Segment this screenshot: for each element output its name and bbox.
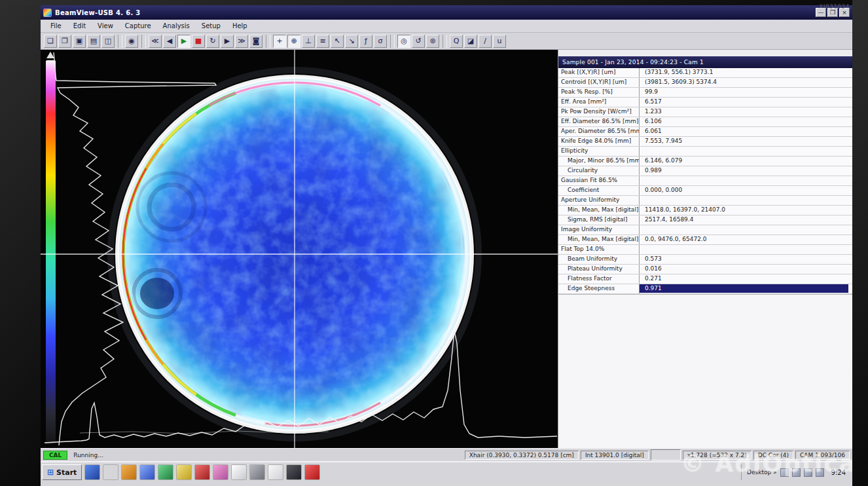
- table-row[interactable]: Centroid [(X,Y)R] [um](3981.5, 3609.3) 5…: [558, 78, 852, 88]
- open-file-button[interactable]: ❐: [58, 35, 71, 48]
- save-file-icon: ▣: [76, 37, 82, 45]
- taskbar-app-icon[interactable]: [286, 464, 302, 480]
- menu-setup[interactable]: Setup: [196, 21, 226, 31]
- table-section-row[interactable]: Ellipticity: [558, 147, 852, 157]
- taskbar-app-icon[interactable]: [304, 464, 320, 480]
- table-row[interactable]: Coefficient0.000, 0.000: [558, 186, 852, 196]
- stop-button[interactable]: ■: [192, 35, 205, 48]
- menu-view[interactable]: View: [92, 21, 119, 31]
- axes-tool-button[interactable]: ⊥: [302, 35, 315, 48]
- beam-image: [41, 50, 558, 448]
- cursor-multi-button[interactable]: ↘: [345, 35, 358, 48]
- zoom-tool-button[interactable]: Q: [450, 35, 463, 48]
- desktop-toolbar-label[interactable]: Desktop »: [747, 469, 776, 476]
- ruler-icon: ≡: [319, 37, 325, 45]
- slope-icon: ƒ: [365, 37, 367, 45]
- taskbar-app-icon[interactable]: [249, 464, 265, 480]
- tray-icon[interactable]: [792, 468, 801, 477]
- slope-analysis-button[interactable]: ƒ: [359, 35, 372, 48]
- crosshair-tool-button[interactable]: +: [273, 35, 286, 48]
- camera-setup-button[interactable]: ◙: [249, 35, 262, 48]
- menu-help[interactable]: Help: [226, 21, 253, 31]
- windows-flag-icon: ⊞: [47, 468, 54, 477]
- table-row[interactable]: Knife Edge 84.0% [mm]7.553, 7.945: [558, 137, 852, 147]
- tray-icon[interactable]: [816, 468, 824, 477]
- table-row[interactable]: Eff. Diameter 86.5% [mm]6.106: [558, 117, 852, 127]
- taskbar-app-icon[interactable]: [268, 464, 283, 480]
- aperture-circle-button[interactable]: ◎: [397, 35, 410, 48]
- save-file-button[interactable]: ▣: [73, 35, 86, 48]
- intensity-colorbar: [46, 60, 56, 444]
- new-file-button[interactable]: ❏: [44, 35, 57, 48]
- table-row[interactable]: Pk Pow Density [W/cm²]1.233: [558, 107, 852, 117]
- table-section-row[interactable]: Flat Top 14.0%: [558, 245, 852, 255]
- taskbar-app-icon[interactable]: [121, 464, 137, 480]
- table-row[interactable]: Aper. Diameter 86.5% [mm]6.061: [558, 127, 852, 137]
- table-row[interactable]: Peak [(X,Y)R] [um](3731.9, 556.1) 3773.1: [558, 68, 852, 78]
- sigma-statistics-button[interactable]: σ: [374, 35, 387, 48]
- table-section-row[interactable]: Image Uniformity: [558, 225, 852, 235]
- menu-capture[interactable]: Capture: [119, 21, 157, 31]
- table-row[interactable]: Circularity0.989: [558, 166, 852, 176]
- first-frame-button[interactable]: ≪: [149, 35, 162, 48]
- taskbar-app-icon[interactable]: [103, 464, 118, 480]
- ruler-tool-button[interactable]: ≡: [316, 35, 329, 48]
- start-button[interactable]: ⊞ Start: [42, 464, 82, 480]
- tray-icon[interactable]: [780, 468, 789, 477]
- info-button[interactable]: u: [493, 35, 506, 48]
- taskbar-app-icon[interactable]: [231, 464, 247, 480]
- table-section-row[interactable]: Aperture Uniformity: [558, 196, 852, 206]
- copy-button[interactable]: ◫: [101, 35, 115, 48]
- cursor-multi-icon: ↘: [348, 37, 354, 45]
- continuous-capture-button[interactable]: ↻: [206, 35, 219, 48]
- table-row[interactable]: Plateau Uniformity0.016: [558, 265, 852, 274]
- table-row[interactable]: Peak % Resp. [%]99.9: [558, 88, 852, 98]
- tray-icon[interactable]: [804, 468, 812, 477]
- table-section-row[interactable]: Gaussian Fit 86.5%: [558, 176, 852, 186]
- camera-setup-icon: ◙: [253, 37, 260, 45]
- menu-file[interactable]: File: [45, 21, 67, 31]
- app-window: BeamView-USB 4. 6. 3 — ❒ × File Edit Vie…: [41, 5, 852, 486]
- taskbar-app-icon[interactable]: [213, 464, 228, 480]
- magnifier-icon: Q: [454, 37, 460, 45]
- taskbar-app-icon[interactable]: [158, 464, 173, 480]
- table-row[interactable]: Major, Minor 86.5% [mm]6.146, 6.079: [558, 157, 852, 166]
- table-row[interactable]: Min, Mean, Max [digital]11418.0, 16397.0…: [558, 206, 852, 215]
- taskbar-app-icon[interactable]: [84, 464, 100, 480]
- open-file-icon: ❐: [62, 37, 68, 45]
- table-row[interactable]: Beam Uniformity0.573: [558, 255, 852, 265]
- next-frame-button[interactable]: ▶: [221, 35, 234, 48]
- print-button[interactable]: ▤: [87, 35, 100, 48]
- pan-view-button[interactable]: ⊛: [426, 35, 439, 48]
- table-row[interactable]: Flatness Factor0.271: [558, 274, 852, 284]
- windows-taskbar: ⊞ Start Desktop » 9:24: [41, 461, 852, 486]
- menu-edit[interactable]: Edit: [67, 21, 92, 31]
- table-row[interactable]: Sigma, RMS [digital]2517.4, 16589.4: [558, 215, 852, 225]
- taskbar-app-icon[interactable]: [139, 464, 155, 480]
- cursor-pick-button[interactable]: ↖: [331, 35, 344, 48]
- bezel-marking: XI031034: [820, 4, 850, 10]
- beam-display[interactable]: [41, 50, 558, 448]
- taskbar-clock[interactable]: 9:24: [827, 469, 850, 476]
- origin-tool-button[interactable]: ⊕: [287, 35, 300, 48]
- table-row[interactable]: Eff. Area [mm²]6.517: [558, 98, 852, 107]
- line-profile-button[interactable]: ∕: [479, 35, 492, 48]
- prev-frame-button[interactable]: ◀: [163, 35, 176, 48]
- report-icon: ◪: [467, 37, 474, 45]
- scale-field: x1.728 (=532 x 7.2): [683, 451, 751, 460]
- last-frame-button[interactable]: ≫: [235, 35, 248, 48]
- aperture-rotate-button[interactable]: ↺: [412, 35, 425, 48]
- taskbar-app-icon[interactable]: [176, 464, 192, 480]
- capture-single-button[interactable]: ◉: [125, 35, 138, 48]
- origin-icon: ⊕: [291, 37, 297, 45]
- menu-analysis[interactable]: Analysis: [157, 21, 196, 31]
- taskbar-app-icon[interactable]: [194, 464, 210, 480]
- table-row[interactable]: Min, Mean, Max [digital]0.0, 9476.0, 654…: [558, 235, 852, 245]
- panel-empty-area: [558, 295, 852, 448]
- title-bar[interactable]: BeamView-USB 4. 6. 3 — ❒ ×: [41, 5, 852, 20]
- play-button[interactable]: ▶: [177, 35, 190, 48]
- monitor-bezel-left: [0, 0, 41, 486]
- report-view-button[interactable]: ◪: [464, 35, 477, 48]
- table-row-selected[interactable]: Edge Steepness0.971: [558, 284, 852, 294]
- status-blank-field: [651, 449, 681, 460]
